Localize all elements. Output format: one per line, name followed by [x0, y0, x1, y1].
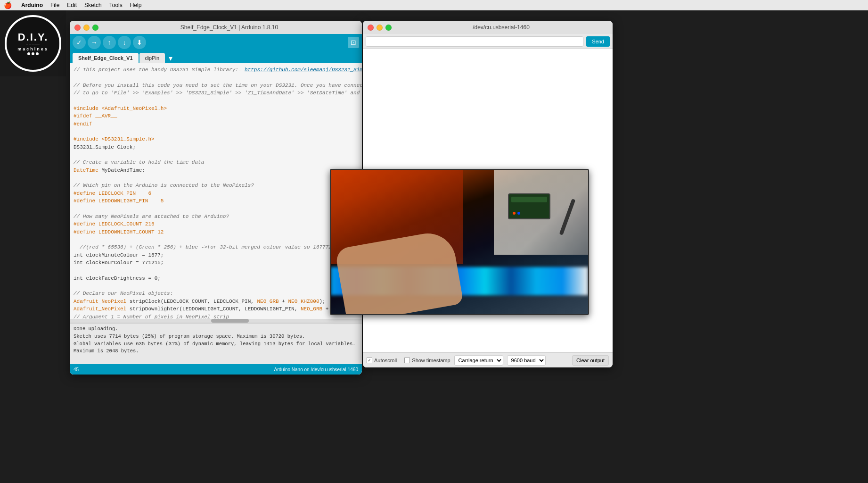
menu-help[interactable]: Help — [130, 2, 142, 8]
serial-window-title: /dev/cu.usbserial-1460 — [394, 24, 608, 31]
console-output: Done uploading. Sketch uses 7714 bytes (… — [70, 324, 362, 364]
arduino-window-title: Shelf_Edge_Clock_V1 | Arduino 1.8.10 — [101, 24, 357, 31]
console-line-1: Sketch uses 7714 bytes (25%) of program … — [74, 333, 358, 341]
logo-separator: ───── — [26, 42, 40, 46]
status-port-info: Arduino Nano on /dev/cu.usbserial-1460 — [274, 367, 358, 372]
tab-shelf-edge-clock[interactable]: Shelf_Edge_Clock_V1 — [73, 53, 139, 63]
serial-monitor-button[interactable]: ⊡ — [348, 37, 359, 48]
arduino-status-bar: 45 Arduino Nano on /dev/cu.usbserial-146… — [70, 364, 362, 375]
send-button[interactable]: Send — [586, 36, 610, 47]
code-editor[interactable]: // This project uses the handy DS3231 Si… — [70, 63, 362, 323]
arduino-toolbar: ✓ → ↑ ↓ ⬇ ⊡ — [70, 34, 362, 51]
console-area: Done uploading. Sketch uses 7714 bytes (… — [70, 323, 362, 375]
console-status: Done uploading. — [74, 325, 358, 333]
project-photo — [330, 169, 589, 315]
serial-maximize-button[interactable] — [385, 25, 392, 31]
serial-titlebar: /dev/cu.usbserial-1460 — [363, 21, 613, 34]
arduino-titlebar: Shelf_Edge_Clock_V1 | Arduino 1.8.10 — [70, 21, 362, 34]
menu-arduino[interactable]: Arduino — [21, 2, 43, 8]
tab-add-button[interactable]: ▾ — [166, 53, 175, 63]
serial-close-button[interactable] — [368, 25, 374, 31]
menu-tools[interactable]: Tools — [109, 2, 123, 8]
close-button[interactable] — [74, 25, 81, 31]
console-line-2: Global variables use 635 bytes (31%) of … — [74, 341, 358, 356]
autoscroll-checkbox[interactable]: ✓ — [367, 358, 372, 363]
new-button[interactable]: ↑ — [103, 36, 116, 49]
serial-input-bar: Send — [363, 34, 613, 49]
status-line-number: 45 — [74, 367, 274, 372]
autoscroll-label[interactable]: ✓ Autoscroll — [367, 358, 397, 363]
logo-diy-text: D.I.Y. — [18, 32, 49, 42]
tab-dippin[interactable]: dipPin — [139, 53, 165, 63]
save-button[interactable]: ⬇ — [133, 36, 146, 49]
logo-machines-text: machines — [17, 47, 49, 51]
arduino-tabs: Shelf_Edge_Clock_V1 dipPin ▾ — [70, 51, 362, 63]
upload-button[interactable]: → — [88, 36, 101, 49]
minimize-button[interactable] — [83, 25, 90, 31]
photo-content — [331, 170, 588, 314]
autoscroll-text: Autoscroll — [374, 358, 397, 363]
serial-minimize-button[interactable] — [377, 25, 383, 31]
diy-machines-logo: D.I.Y. ───── machines — [0, 10, 66, 76]
carriage-return-select[interactable]: Carriage return — [454, 355, 503, 366]
timestamp-text: Show timestamp — [412, 358, 450, 363]
maximize-button[interactable] — [92, 25, 98, 31]
clear-output-button[interactable]: Clear output — [572, 355, 609, 366]
menu-edit[interactable]: Edit — [67, 2, 77, 8]
horizontal-scrollbar[interactable] — [70, 319, 362, 323]
timestamp-label[interactable]: Show timestamp — [404, 358, 450, 363]
menu-sketch[interactable]: Sketch — [84, 2, 102, 8]
serial-bottom-bar: ✓ Autoscroll Show timestamp Carriage ret… — [363, 352, 613, 367]
baud-rate-select[interactable]: 9600 baud — [507, 355, 546, 366]
open-button[interactable]: ↓ — [118, 36, 131, 49]
serial-input-field[interactable] — [366, 36, 583, 47]
mac-menubar: 🍎 Arduino File Edit Sketch Tools Help — [0, 0, 868, 10]
apple-logo[interactable]: 🍎 — [4, 1, 12, 9]
verify-button[interactable]: ✓ — [73, 36, 86, 49]
code-content[interactable]: // This project uses the handy DS3231 Si… — [70, 63, 362, 319]
timestamp-checkbox[interactable] — [404, 358, 410, 363]
menu-file[interactable]: File — [50, 2, 59, 8]
arduino-ide-window: Shelf_Edge_Clock_V1 | Arduino 1.8.10 ✓ →… — [70, 21, 362, 375]
